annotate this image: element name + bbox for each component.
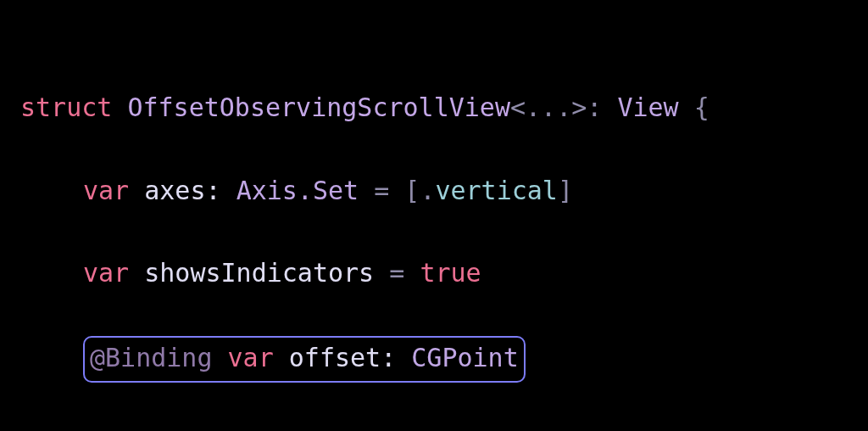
property-name: axes: bbox=[144, 176, 220, 205]
equals: = bbox=[389, 258, 404, 288]
type-name: OffsetObservingScrollView bbox=[127, 92, 510, 122]
protocol-name: View bbox=[617, 92, 678, 122]
keyword-var: var bbox=[83, 176, 129, 205]
code-block: struct OffsetObservingScrollView<...>: V… bbox=[20, 46, 868, 431]
property-name: showsIndicators bbox=[144, 258, 374, 288]
generics-close: >: bbox=[571, 92, 602, 122]
bracket-close: ] bbox=[558, 176, 573, 205]
keyword-var: var bbox=[228, 343, 274, 372]
generics-ellipsis: ... bbox=[526, 92, 571, 122]
code-line-2: var axes: Axis.Set = [.vertical] bbox=[20, 171, 868, 212]
generics-open: < bbox=[510, 92, 526, 122]
code-line-3: var showsIndicators = true bbox=[20, 253, 868, 294]
code-line-4: @Binding var offset: CGPoint bbox=[20, 336, 868, 383]
brace-open: { bbox=[694, 92, 709, 122]
keyword-struct: struct bbox=[20, 92, 112, 122]
type-name: Axis.Set bbox=[236, 176, 359, 205]
bracket-open: [ bbox=[404, 176, 420, 205]
keyword-var: var bbox=[83, 258, 129, 288]
type-name: CGPoint bbox=[411, 343, 518, 372]
enum-member: vertical bbox=[435, 176, 558, 205]
attribute: @Binding bbox=[90, 343, 213, 372]
equals: = bbox=[374, 176, 389, 205]
dot: . bbox=[420, 176, 435, 205]
code-line-1: struct OffsetObservingScrollView<...>: V… bbox=[20, 87, 868, 129]
bool-literal: true bbox=[420, 258, 481, 288]
highlight-box: @Binding var offset: CGPoint bbox=[83, 336, 526, 383]
code-line-5: @ViewBuilder var content: () -> Content bbox=[20, 424, 868, 431]
property-name: offset: bbox=[289, 343, 396, 372]
